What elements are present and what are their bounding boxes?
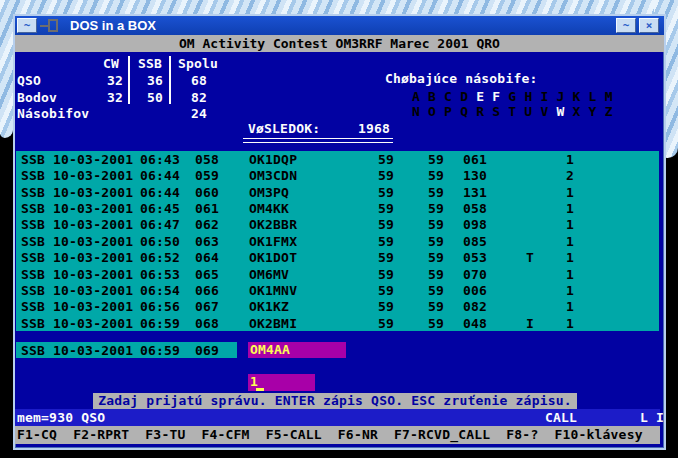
log-points: 1 xyxy=(566,185,574,200)
stat-bodov-cw: 32 xyxy=(83,90,123,105)
text-cursor xyxy=(256,388,264,391)
log-callsign: OM6MV xyxy=(249,267,289,282)
stat-label-bodov: Bodov xyxy=(17,90,57,105)
log-row: SSB 10-03-2001 06:53 065 OM6MV 59 59 070… xyxy=(16,266,659,282)
pin-icon[interactable] xyxy=(40,18,62,33)
stat-bodov-ssb: 50 xyxy=(123,90,163,105)
callsign-value: OM4AA xyxy=(250,342,290,357)
stat-qso-spolu: 68 xyxy=(165,73,207,88)
col-header-cw: CW xyxy=(103,56,119,71)
log-points: 1 xyxy=(566,250,574,265)
log-date: 10-03-2001 xyxy=(53,267,133,282)
close-icon: × xyxy=(646,19,653,32)
dos-screen: CW SSB Spolu QSO 32 36 68 Bodov 32 50 82… xyxy=(15,52,660,444)
log-rcvd-nr: 085 xyxy=(463,234,487,249)
prompt-message: Zadaj prijatú správu. ENTER zápis QSO. E… xyxy=(93,393,577,409)
log-callsign: OM3CDN xyxy=(249,168,297,183)
close-button[interactable]: × xyxy=(639,18,659,33)
log-date: 10-03-2001 xyxy=(53,299,133,314)
log-rst-rcvd: 59 xyxy=(428,234,444,249)
window-title: DOS in a BOX xyxy=(70,18,616,33)
log-multiplier: T xyxy=(526,250,534,265)
log-time: 06:54 xyxy=(140,283,180,298)
log-serial: 062 xyxy=(195,217,219,232)
log-callsign: OM4KK xyxy=(249,201,289,216)
app-title: OM Activity Contest OM3RRF Marec 2001 QR… xyxy=(15,35,664,52)
log-row: SSB 10-03-2001 06:56 067 OK1KZ 59 59 082… xyxy=(16,298,659,314)
log-rcvd-nr: 061 xyxy=(463,152,487,167)
decorative-frame-top xyxy=(0,0,678,15)
active-field-indicator: CALL xyxy=(545,410,577,425)
fkey-label: F1-CQ xyxy=(17,427,57,442)
callsign-field[interactable]: OM4AA xyxy=(248,342,346,358)
col-header-ssb: SSB xyxy=(138,56,162,71)
log-date: 10-03-2001 xyxy=(53,152,133,167)
fkey-label: F4-CFM xyxy=(201,427,249,442)
log-rcvd-nr: 082 xyxy=(463,299,487,314)
log-time: 06:47 xyxy=(140,217,180,232)
log-rst-rcvd: 59 xyxy=(428,283,444,298)
log-mode: SSB xyxy=(21,250,45,265)
log-rcvd-nr: 053 xyxy=(463,250,487,265)
log-rst-rcvd: 59 xyxy=(428,201,444,216)
log-row: SSB 10-03-2001 06:44 060 OM3PQ 59 59 131… xyxy=(16,184,659,200)
log-time: 06:45 xyxy=(140,201,180,216)
log-time: 06:59 xyxy=(140,316,180,331)
log-time: 06:44 xyxy=(140,185,180,200)
log-serial: 061 xyxy=(195,201,219,216)
log-rst-sent: 59 xyxy=(378,299,394,314)
log-callsign: OK2BMI xyxy=(249,316,297,331)
system-menu-button[interactable]: ~ xyxy=(17,18,37,33)
dos-window: ~ DOS in a BOX ~ × OM Activity Contest O… xyxy=(13,14,666,450)
log-date: 10-03-2001 xyxy=(53,217,133,232)
log-mode: SSB xyxy=(21,201,45,216)
log-mode: SSB xyxy=(21,316,45,331)
log-date: 10-03-2001 xyxy=(53,283,133,298)
log-rcvd-nr: 130 xyxy=(463,168,487,183)
log-row: SSB 10-03-2001 06:43 058 OK1DQP 59 59 06… xyxy=(16,151,659,167)
fkey-label: F7-RCVD_CALL xyxy=(394,427,490,442)
log-mode: SSB xyxy=(21,283,45,298)
log-date: 10-03-2001 xyxy=(53,185,133,200)
fkey-label: F6-NR xyxy=(338,427,378,442)
log-date: 10-03-2001 xyxy=(53,316,133,331)
log-points: 2 xyxy=(566,168,574,183)
log-points: 1 xyxy=(566,267,574,282)
entry-time: 06:59 xyxy=(140,343,180,358)
log-rst-rcvd: 59 xyxy=(428,217,444,232)
log-row: SSB 10-03-2001 06:50 063 OK1FMX 59 59 08… xyxy=(16,233,659,249)
log-callsign: OK1MNV xyxy=(249,283,297,298)
result-underline xyxy=(243,138,393,143)
stat-qso-cw: 32 xyxy=(83,73,123,88)
current-qso-strip: SSB 10-03-2001 06:59 069 xyxy=(16,342,237,358)
missing-multipliers-title: Chøbajúce násobife: xyxy=(385,71,538,86)
log-rcvd-nr: 131 xyxy=(463,185,487,200)
status-flag-i: I xyxy=(656,410,664,425)
log-rst-sent: 59 xyxy=(378,283,394,298)
log-date: 10-03-2001 xyxy=(53,250,133,265)
log-time: 06:52 xyxy=(140,250,180,265)
log-row: SSB 10-03-2001 06:54 066 OK1MNV 59 59 00… xyxy=(16,282,659,298)
stat-label-qso: QSO xyxy=(17,73,41,88)
log-rst-sent: 59 xyxy=(378,152,394,167)
log-points: 1 xyxy=(566,152,574,167)
decorative-frame-left xyxy=(0,0,13,138)
log-rcvd-nr: 058 xyxy=(463,201,487,216)
log-callsign: OK1DOT xyxy=(249,250,297,265)
log-points: 1 xyxy=(566,299,574,314)
log-date: 10-03-2001 xyxy=(53,201,133,216)
titlebar[interactable]: ~ DOS in a BOX ~ × xyxy=(15,16,664,35)
log-rst-rcvd: 59 xyxy=(428,152,444,167)
log-serial: 058 xyxy=(195,152,219,167)
log-time: 06:50 xyxy=(140,234,180,249)
stat-label-nasobicov: Násobifov xyxy=(17,106,89,121)
desktop: ~ DOS in a BOX ~ × OM Activity Contest O… xyxy=(0,0,678,458)
log-time: 06:43 xyxy=(140,152,180,167)
fkey-label: F2-RPRT xyxy=(73,427,129,442)
minimize-button[interactable]: ~ xyxy=(616,18,636,33)
result-value: 1968 xyxy=(295,121,390,136)
log-mode: SSB xyxy=(21,299,45,314)
log-serial: 064 xyxy=(195,250,219,265)
log-rcvd-nr: 048 xyxy=(463,316,487,331)
log-points: 1 xyxy=(566,217,574,232)
